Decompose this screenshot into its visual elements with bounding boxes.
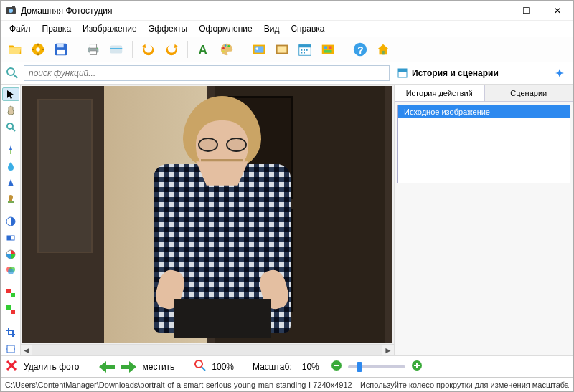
titlebar: Домашняя Фотостудия — ☐ ✕ (1, 1, 573, 21)
svg-rect-52 (9, 199, 12, 201)
zoom-reset-label[interactable]: 100% (212, 362, 234, 372)
redo-button[interactable] (161, 39, 182, 59)
frame2-button[interactable] (272, 39, 292, 59)
home-button[interactable] (373, 39, 393, 59)
main-toolbar: A ? (1, 37, 573, 62)
menu-help[interactable]: Справка (285, 22, 330, 35)
delete-icon[interactable] (5, 359, 18, 374)
pointer-tool[interactable] (2, 87, 19, 101)
history-item-original[interactable]: Исходное изображение (398, 105, 570, 118)
contrast-tool[interactable] (2, 215, 19, 229)
svg-point-1 (9, 9, 13, 13)
next-photo-button[interactable] (121, 361, 136, 373)
palette-button[interactable] (217, 39, 237, 59)
app-icon (5, 5, 17, 16)
status-path: C:\Users\ContentManager\Downloads\portra… (5, 381, 352, 389)
color-tool[interactable] (2, 247, 19, 261)
svg-line-71 (202, 367, 205, 371)
svg-rect-65 (7, 345, 14, 353)
help-button[interactable]: ? (350, 39, 370, 59)
svg-rect-24 (255, 46, 264, 52)
menu-effects[interactable]: Эффекты (143, 22, 194, 35)
stamp-tool[interactable] (2, 192, 19, 206)
swatch1-tool[interactable] (2, 287, 19, 300)
svg-rect-73 (334, 365, 339, 366)
collage-button[interactable] (318, 39, 338, 59)
canvas-viewport[interactable] (21, 85, 394, 344)
tab-scenarios[interactable]: Сценарии (484, 85, 574, 101)
svg-rect-30 (301, 49, 303, 51)
zoom-reset-icon[interactable] (194, 360, 206, 373)
svg-point-4 (36, 47, 40, 52)
scale-label: Масштаб: (253, 362, 292, 372)
menubar: Файл Правка Изображение Эффекты Оформлен… (1, 21, 573, 37)
rgb-tool[interactable] (2, 264, 19, 277)
svg-rect-13 (90, 44, 96, 48)
svg-rect-32 (306, 49, 308, 51)
cone-tool[interactable] (2, 176, 19, 189)
pin-icon[interactable] (555, 68, 565, 78)
print-button[interactable] (83, 39, 103, 59)
brush-tool[interactable] (2, 143, 19, 157)
statusbar: C:\Users\ContentManager\Downloads\portra… (1, 377, 573, 391)
svg-rect-10 (57, 44, 64, 48)
maximize-button[interactable]: ☐ (510, 1, 542, 21)
scroll-right-arrow[interactable]: ► (382, 345, 394, 355)
text-button[interactable]: A (194, 39, 214, 59)
hand-tool[interactable] (2, 104, 19, 118)
menu-design[interactable]: Оформление (193, 22, 258, 35)
history-tabs: История действий Сценарии (395, 85, 573, 102)
zoom-slider[interactable] (348, 365, 405, 368)
close-button[interactable]: ✕ (542, 1, 573, 21)
undo-button[interactable] (138, 39, 159, 59)
crop-tool[interactable] (2, 325, 19, 339)
svg-marker-69 (121, 361, 136, 373)
svg-text:?: ? (357, 45, 363, 56)
svg-rect-63 (6, 305, 11, 310)
menu-file[interactable]: Файл (4, 22, 37, 35)
svg-point-20 (225, 44, 227, 47)
zoom-in-button[interactable] (411, 360, 423, 373)
tab-history-actions[interactable]: История действий (395, 85, 484, 101)
search-input[interactable] (24, 65, 390, 81)
image-canvas[interactable] (22, 86, 392, 343)
svg-point-22 (222, 50, 225, 52)
save-button[interactable] (51, 39, 71, 59)
frame1-button[interactable] (249, 39, 269, 59)
svg-rect-29 (299, 45, 311, 48)
svg-rect-56 (7, 236, 11, 240)
scan-button[interactable] (106, 39, 126, 59)
horizontal-scrollbar[interactable]: ◄ ► (21, 344, 394, 355)
menu-view[interactable]: Вид (258, 22, 286, 35)
minimize-button[interactable]: — (479, 1, 510, 21)
resize-tool[interactable] (2, 342, 19, 355)
scroll-left-arrow[interactable]: ◄ (21, 345, 32, 355)
drop-tool[interactable] (2, 159, 19, 173)
menu-image[interactable]: Изображение (77, 22, 143, 35)
recent-button[interactable] (28, 39, 48, 59)
svg-point-15 (97, 48, 98, 49)
svg-rect-36 (324, 46, 328, 49)
zoom-tool[interactable] (2, 120, 19, 134)
open-folder-button[interactable] (5, 39, 25, 59)
zoom-out-button[interactable] (331, 360, 342, 373)
svg-point-19 (222, 47, 225, 49)
svg-rect-2 (12, 6, 15, 8)
calendar-button[interactable] (295, 39, 315, 59)
svg-point-51 (9, 195, 13, 199)
history-list[interactable]: Исходное изображение (397, 105, 570, 183)
main-body: ◄ ► История действий Сценарии Исходное и… (1, 85, 573, 355)
svg-rect-45 (398, 69, 407, 72)
svg-point-47 (7, 123, 13, 129)
levels-tool[interactable] (2, 231, 19, 245)
swatch2-tool[interactable] (2, 303, 19, 317)
svg-rect-76 (416, 363, 418, 368)
history-panel: История действий Сценарии Исходное изобр… (394, 85, 573, 355)
svg-rect-33 (301, 52, 303, 54)
menu-edit[interactable]: Правка (37, 22, 77, 35)
delete-photo-button[interactable]: Удалить фото (24, 362, 79, 372)
svg-rect-11 (57, 50, 65, 54)
svg-rect-61 (6, 289, 11, 293)
prev-photo-button[interactable] (99, 361, 115, 373)
move-label: местить (142, 362, 174, 372)
